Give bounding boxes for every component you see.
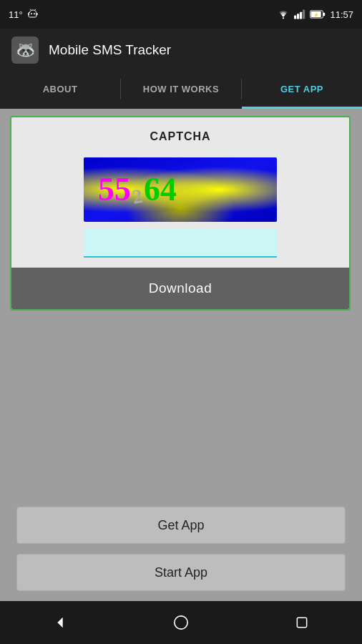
tab-about[interactable]: ABOUT bbox=[0, 72, 120, 109]
captcha-modal: CAPTCHA 55 2 64 Download bbox=[10, 116, 351, 311]
captcha-title: CAPTCHA bbox=[11, 117, 349, 150]
tab-how-it-works[interactable]: HOW IT WORKS bbox=[121, 72, 241, 109]
svg-rect-17 bbox=[297, 618, 306, 627]
captcha-input-area bbox=[84, 229, 277, 258]
battery-icon: ⚡ bbox=[310, 9, 326, 19]
svg-rect-10 bbox=[303, 10, 305, 19]
svg-line-2 bbox=[30, 9, 31, 10]
temperature-display: 11° bbox=[9, 9, 23, 20]
time-display: 11:57 bbox=[330, 9, 353, 20]
app-icon: 🦝 bbox=[11, 36, 39, 64]
nav-tabs: ABOUT HOW IT WORKS GET APP bbox=[0, 72, 362, 109]
captcha-image: 55 2 64 bbox=[84, 157, 277, 222]
captcha-input[interactable] bbox=[84, 229, 277, 258]
svg-line-3 bbox=[34, 9, 35, 10]
start-app-button[interactable]: Start App bbox=[16, 554, 346, 591]
svg-point-6 bbox=[283, 17, 284, 19]
svg-rect-7 bbox=[294, 16, 296, 19]
svg-rect-8 bbox=[297, 14, 299, 19]
captcha-char-1: 55 bbox=[98, 173, 131, 206]
main-content: Get App CAPTCHA 55 2 64 Download Get App… bbox=[0, 109, 362, 601]
android-icon bbox=[27, 9, 39, 20]
svg-rect-4 bbox=[28, 13, 29, 15]
svg-point-1 bbox=[34, 13, 35, 14]
svg-rect-9 bbox=[300, 12, 302, 19]
tab-get-app[interactable]: GET APP bbox=[242, 72, 362, 109]
svg-rect-5 bbox=[36, 13, 37, 15]
status-left: 11° bbox=[9, 9, 39, 20]
app-title: Mobile SMS Tracker bbox=[49, 42, 171, 58]
wifi-icon bbox=[277, 9, 290, 19]
back-button[interactable] bbox=[42, 605, 78, 640]
status-right: ⚡ 11:57 bbox=[277, 9, 353, 20]
app-bar: 🦝 Mobile SMS Tracker bbox=[0, 29, 362, 72]
get-app-button[interactable]: Get App bbox=[16, 507, 346, 544]
svg-point-0 bbox=[31, 13, 32, 14]
recents-button[interactable] bbox=[284, 605, 320, 640]
svg-rect-13 bbox=[323, 13, 325, 16]
bottom-nav-bar bbox=[0, 601, 362, 644]
download-button[interactable]: Download bbox=[11, 268, 349, 309]
home-button[interactable] bbox=[163, 605, 199, 640]
captcha-char-3: 64 bbox=[144, 173, 177, 206]
svg-text:⚡: ⚡ bbox=[313, 12, 319, 18]
signal-icon bbox=[294, 9, 305, 19]
action-buttons: Get App Start App bbox=[0, 507, 362, 601]
svg-point-16 bbox=[175, 616, 187, 629]
status-bar: 11° ⚡ 11:5 bbox=[0, 0, 362, 29]
svg-marker-15 bbox=[58, 618, 63, 628]
